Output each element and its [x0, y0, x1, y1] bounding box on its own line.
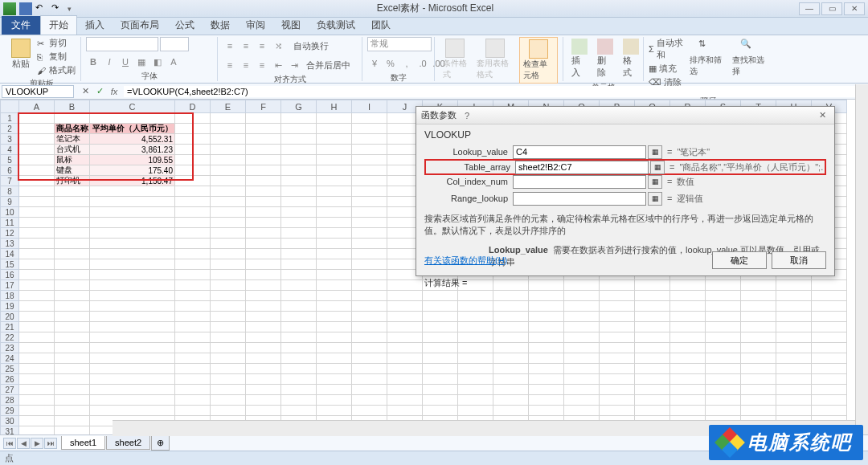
cell[interactable]	[706, 353, 741, 364]
cell[interactable]	[19, 364, 55, 374]
cell[interactable]: 台式机	[55, 145, 90, 155]
cell[interactable]	[387, 374, 423, 385]
cell[interactable]	[19, 155, 55, 165]
cell[interactable]	[635, 312, 670, 322]
cell[interactable]	[352, 343, 387, 353]
cell[interactable]	[90, 395, 175, 406]
cell[interactable]	[600, 332, 635, 343]
col-header-I[interactable]: I	[352, 100, 387, 113]
cell[interactable]	[281, 280, 317, 291]
cell[interactable]	[246, 145, 281, 155]
cell[interactable]	[281, 155, 317, 165]
cell[interactable]	[246, 332, 281, 343]
row-header-12[interactable]: 12	[0, 228, 19, 239]
cell[interactable]	[19, 259, 55, 270]
cell[interactable]	[387, 406, 423, 416]
cell[interactable]	[564, 395, 600, 406]
cell[interactable]	[564, 322, 600, 332]
orientation-button[interactable]: ⤭	[271, 39, 285, 53]
cell[interactable]	[317, 259, 352, 270]
cell[interactable]	[812, 395, 847, 406]
vertical-scrollbar[interactable]	[855, 84, 868, 434]
cell[interactable]	[317, 155, 352, 165]
cell[interactable]	[352, 176, 387, 186]
cell[interactable]	[317, 322, 352, 332]
italic-button[interactable]: I	[102, 55, 117, 69]
cell[interactable]	[90, 332, 175, 343]
cell[interactable]	[423, 343, 458, 353]
cell[interactable]	[246, 228, 281, 239]
cell[interactable]	[706, 364, 741, 374]
cell[interactable]	[246, 312, 281, 322]
cell[interactable]	[635, 301, 670, 312]
cell[interactable]	[175, 124, 211, 134]
cell[interactable]	[387, 322, 423, 332]
cell[interactable]	[19, 280, 55, 291]
table-format-button[interactable]: 套用表格格式	[473, 37, 516, 82]
cell[interactable]	[55, 239, 90, 249]
cell[interactable]	[352, 249, 387, 259]
number-format-select[interactable]: 常规	[367, 37, 432, 51]
comma-button[interactable]: ,	[399, 56, 414, 71]
cell[interactable]	[19, 395, 55, 406]
fx-button[interactable]: fx	[108, 85, 121, 98]
cell[interactable]	[600, 322, 635, 332]
cell[interactable]	[55, 353, 90, 364]
cell[interactable]	[90, 207, 175, 218]
cell[interactable]	[246, 364, 281, 374]
cell[interactable]	[493, 322, 529, 332]
cell[interactable]	[211, 259, 246, 270]
indent-inc-button[interactable]: ⇥	[287, 58, 301, 72]
cell[interactable]	[458, 374, 493, 385]
cell[interactable]	[812, 364, 847, 374]
range-ref-button-1[interactable]: ▦	[650, 161, 665, 174]
formula-input[interactable]	[124, 86, 868, 97]
cell[interactable]	[635, 395, 670, 406]
tab-insert[interactable]: 插入	[77, 16, 113, 35]
cell[interactable]	[211, 218, 246, 228]
cell[interactable]	[90, 270, 175, 280]
cell[interactable]	[741, 343, 776, 353]
find-select-button[interactable]: 🔍查找和选择	[729, 37, 768, 79]
cell[interactable]	[19, 332, 55, 343]
cell[interactable]	[246, 322, 281, 332]
cell[interactable]	[776, 301, 812, 312]
col-header-G[interactable]: G	[281, 100, 317, 113]
cancel-button[interactable]: 取消	[772, 251, 826, 269]
ok-button[interactable]: 确定	[712, 251, 767, 269]
cell[interactable]	[600, 385, 635, 395]
redo-icon[interactable]: ↷	[51, 2, 64, 15]
cell[interactable]	[211, 197, 246, 207]
cut-button[interactable]: ✂剪切	[37, 37, 76, 49]
cell[interactable]	[706, 343, 741, 353]
cell[interactable]	[352, 124, 387, 134]
cell[interactable]	[741, 364, 776, 374]
cell[interactable]	[529, 364, 564, 374]
cell[interactable]	[281, 270, 317, 280]
cell[interactable]	[352, 197, 387, 207]
cell[interactable]	[529, 322, 564, 332]
cell[interactable]	[246, 249, 281, 259]
tab-view[interactable]: 视图	[273, 16, 309, 35]
cell[interactable]	[175, 291, 211, 301]
cell[interactable]	[776, 322, 812, 332]
fill-button[interactable]: ▦填充	[649, 63, 683, 75]
cell[interactable]	[281, 134, 317, 145]
cell[interactable]	[55, 406, 90, 416]
cell[interactable]	[211, 280, 246, 291]
cell[interactable]	[211, 395, 246, 406]
cell[interactable]	[564, 364, 600, 374]
cell[interactable]	[90, 353, 175, 364]
align-mid-button[interactable]: ≡	[239, 39, 253, 53]
cell[interactable]	[90, 291, 175, 301]
cell[interactable]	[175, 165, 211, 176]
cell[interactable]	[670, 322, 706, 332]
cell[interactable]	[493, 343, 529, 353]
cell[interactable]	[317, 249, 352, 259]
name-box-input[interactable]	[6, 87, 70, 96]
row-header-7[interactable]: 7	[0, 176, 19, 186]
col-header-A[interactable]: A	[19, 100, 55, 113]
file-tab[interactable]: 文件	[2, 16, 40, 35]
name-box[interactable]	[2, 85, 74, 98]
cell[interactable]	[19, 145, 55, 155]
